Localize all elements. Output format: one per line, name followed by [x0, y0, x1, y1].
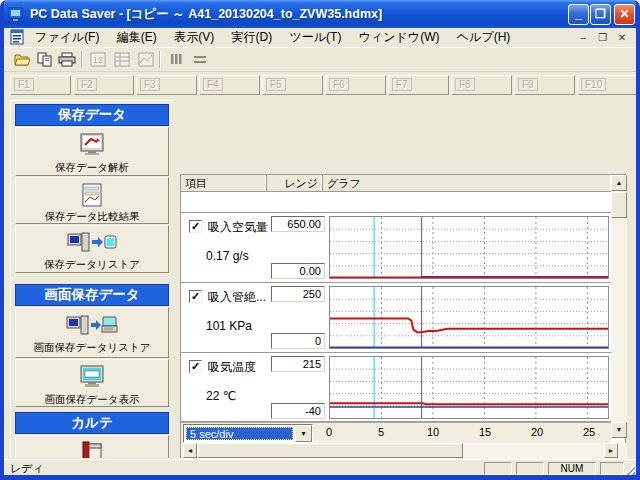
timebase-selected-value: 5 sec/div [186, 427, 293, 440]
row-checkbox[interactable]: ✓ [189, 290, 202, 303]
fkey-button-f7[interactable]: F7 [388, 75, 449, 95]
monitor-analysis-icon [77, 133, 107, 159]
fkey-button-f3[interactable]: F3 [136, 75, 197, 95]
resize-grip[interactable] [623, 464, 635, 476]
x-axis-tick: 25 [574, 426, 604, 438]
sidebar-header-karte: カルテ [15, 412, 169, 434]
range-max-field[interactable]: 250 [271, 286, 325, 302]
sidebar-item-screen-data-view[interactable]: 画面保存データ表示 [15, 359, 169, 407]
pc-restore-icon [67, 231, 117, 256]
strip-chart[interactable] [329, 216, 609, 279]
status-pane [600, 462, 624, 475]
fkey-button-f4[interactable]: F4 [199, 75, 260, 95]
function-key-bar: F1 F2 F3 F4 F5 F6 F7 F8 F9 F10 [4, 71, 636, 97]
pc-to-laptop-restore-icon [66, 313, 118, 339]
fkey-button-f8[interactable]: F8 [451, 75, 512, 95]
sidebar-item-karte[interactable] [15, 435, 169, 458]
maximize-button[interactable]: ❐ [590, 4, 611, 25]
fkey-button-f5[interactable]: F5 [262, 75, 323, 95]
vertical-scrollbar-thumb[interactable] [611, 192, 627, 218]
sidebar-item-saved-data-analysis[interactable]: 保存データ解析 [15, 127, 169, 176]
scroll-left-button[interactable]: ◄ [183, 443, 197, 458]
strip-chart[interactable] [329, 356, 609, 419]
status-pane [484, 462, 512, 475]
current-value: 22 ℃ [206, 389, 236, 403]
menu-file[interactable]: ファイル(F) [28, 28, 106, 47]
sidebar-item-screen-data-restore[interactable]: 画面保存データリストア [15, 307, 169, 358]
mdi-minimize-button[interactable]: – [575, 31, 591, 45]
strip-chart[interactable] [329, 286, 609, 349]
sidebar: 保存データ 保存データ解析 保存データ比較結果 [10, 100, 174, 458]
table-row: ✓ 吸入管絶... 101 KPa 250 0 [181, 282, 611, 352]
scroll-up-button[interactable]: ▲ [611, 175, 627, 191]
fkey-button-f10[interactable]: F10 [577, 75, 638, 95]
horizontal-scrollbar-thumb[interactable] [198, 443, 463, 458]
calendar-12-button[interactable]: 12 [87, 50, 108, 70]
x-axis-tick: 10 [418, 426, 448, 438]
timebase-select[interactable]: 5 sec/div ▼ [183, 424, 313, 443]
horizontal-lines-button[interactable] [189, 50, 210, 70]
status-bar: レディ NUM [4, 459, 636, 476]
menu-tools[interactable]: ツール(T) [283, 28, 349, 47]
data-table: 項目 レンジ グラフ ▲ ▼ ✓ 吸入空気量 0.17 g/s 650.00 0… [180, 174, 626, 458]
empty-row [181, 192, 611, 212]
status-pane [516, 462, 544, 475]
toolbar-separator [159, 51, 161, 68]
app-icon [8, 6, 24, 22]
vertical-bars-icon [169, 52, 183, 66]
timebase-row: 5 sec/div ▼ 0 5 10 15 20 25 [181, 422, 611, 443]
menu-view[interactable]: 表示(V) [167, 28, 221, 47]
scroll-down-button[interactable]: ▼ [611, 422, 627, 438]
row-checkbox[interactable]: ✓ [189, 220, 202, 233]
table-row: ✓ 吸気温度 22 ℃ 215 -40 [181, 352, 611, 422]
mdi-close-button[interactable]: ✕ [614, 31, 630, 45]
open-file-button[interactable] [12, 50, 33, 70]
range-min-field[interactable]: 0 [271, 333, 325, 349]
parameter-label: 吸入管絶... [208, 289, 266, 306]
menu-window[interactable]: ウィンドウ(W) [352, 28, 447, 47]
window-title: PC Data Saver - [コピー ～ A41_20130204_to_Z… [30, 0, 382, 28]
vertical-bars-button[interactable] [165, 50, 186, 70]
menu-run[interactable]: 実行(D) [224, 28, 279, 47]
current-value: 0.17 g/s [206, 249, 249, 263]
horizontal-scrollbar[interactable]: ◄ ► [181, 443, 627, 459]
range-max-field[interactable]: 215 [271, 356, 325, 372]
chevron-down-icon[interactable]: ▼ [295, 425, 312, 442]
print-button[interactable] [56, 50, 77, 70]
open-folder-icon [14, 52, 32, 66]
parameter-label: 吸入空気量 [208, 219, 268, 236]
x-axis-tick: 20 [522, 426, 552, 438]
mdi-restore-button[interactable]: ❐ [595, 31, 611, 45]
row-checkbox[interactable]: ✓ [189, 360, 202, 373]
copy-button[interactable] [34, 50, 55, 70]
minimize-button[interactable]: _ [568, 4, 589, 25]
svg-text:12: 12 [92, 55, 102, 65]
current-value: 101 KPa [206, 319, 252, 333]
scroll-right-button[interactable]: ► [604, 443, 618, 458]
menu-bar: ファイル(F) 編集(E) 表示(V) 実行(D) ツール(T) ウィンドウ(W… [4, 28, 636, 47]
fkey-button-f9[interactable]: F9 [514, 75, 575, 95]
status-num-indicator: NUM [548, 462, 596, 475]
x-axis-tick: 5 [366, 426, 396, 438]
horizontal-lines-icon [192, 52, 208, 66]
range-min-field[interactable]: 0.00 [271, 263, 325, 279]
column-header-graph: グラフ [323, 175, 611, 191]
fkey-button-f1[interactable]: F1 [10, 75, 71, 95]
data-chart-button[interactable] [135, 50, 156, 70]
fkey-button-f6[interactable]: F6 [325, 75, 386, 95]
range-min-field[interactable]: -40 [271, 403, 325, 419]
menu-help[interactable]: ヘルプ(H) [450, 28, 518, 47]
data-list-button[interactable] [111, 50, 132, 70]
range-max-field[interactable]: 650.00 [271, 216, 325, 232]
x-axis-tick: 15 [470, 426, 500, 438]
fkey-button-f2[interactable]: F2 [73, 75, 134, 95]
sidebar-item-saved-data-compare[interactable]: 保存データ比較結果 [15, 177, 169, 224]
document-icon [9, 29, 25, 45]
data-chart-icon [138, 52, 154, 67]
compare-report-icon [78, 183, 106, 208]
x-axis-tick: 0 [314, 426, 344, 438]
close-button[interactable]: ✕ [614, 4, 635, 25]
menu-edit[interactable]: 編集(E) [110, 28, 164, 47]
sidebar-item-saved-data-restore[interactable]: 保存データリストア [15, 225, 169, 273]
copy-icon [37, 52, 53, 67]
